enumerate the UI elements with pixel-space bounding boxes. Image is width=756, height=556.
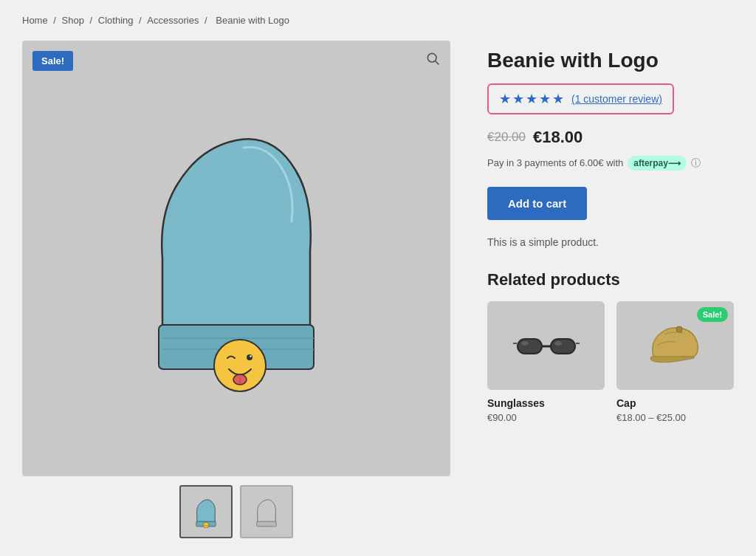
sale-badge: Sale! <box>32 51 73 71</box>
search-icon <box>425 51 440 66</box>
svg-point-8 <box>250 355 251 357</box>
related-sunglasses-name: Sunglasses <box>487 397 605 409</box>
svg-rect-14 <box>257 521 276 526</box>
svg-point-24 <box>676 326 682 332</box>
zoom-button[interactable] <box>425 51 440 69</box>
cap-icon <box>642 320 709 371</box>
related-cap-price: €18.00 – €25.00 <box>616 412 734 423</box>
thumbnail-2-image <box>250 495 283 528</box>
related-sale-badge: Sale! <box>697 307 728 322</box>
svg-line-1 <box>436 61 439 65</box>
related-products-title: Related products <box>487 270 734 289</box>
thumbnail-list <box>22 485 450 538</box>
related-sunglasses-price: €90.00 <box>487 412 605 423</box>
thumbnail-2[interactable] <box>240 485 293 538</box>
page-wrapper: Home / Shop / Clothing / Accessories / B… <box>0 0 756 553</box>
related-cap-name: Cap <box>616 397 734 409</box>
review-link[interactable]: (1 customer review) <box>571 93 662 105</box>
sunglasses-icon <box>513 323 580 368</box>
add-to-cart-button[interactable]: Add to cart <box>487 187 587 220</box>
stars: ★★★★★ <box>499 91 566 107</box>
afterpay-text: Pay in 3 payments of 6.00€ with <box>487 157 623 168</box>
svg-point-7 <box>247 354 252 360</box>
breadcrumb-shop[interactable]: Shop <box>62 15 84 26</box>
breadcrumb-clothing[interactable]: Clothing <box>98 15 134 26</box>
svg-point-22 <box>521 341 529 346</box>
afterpay-row: Pay in 3 payments of 6.00€ with afterpay… <box>487 156 734 171</box>
related-image-cap: Sale! <box>616 301 734 390</box>
product-image-section: Sale! <box>22 41 450 538</box>
product-title: Beanie with Logo <box>487 48 734 73</box>
svg-point-23 <box>554 341 562 346</box>
product-image <box>118 103 354 413</box>
svg-point-0 <box>427 53 436 62</box>
price-original: €20.00 <box>487 130 526 145</box>
breadcrumb-home[interactable]: Home <box>22 15 48 26</box>
svg-rect-20 <box>518 340 541 353</box>
breadcrumb-accessories[interactable]: Accessories <box>147 15 199 26</box>
product-layout: Sale! <box>22 41 734 538</box>
related-image-sunglasses <box>487 301 605 390</box>
breadcrumb: Home / Shop / Clothing / Accessories / B… <box>22 15 734 26</box>
rating-box: ★★★★★ (1 customer review) <box>487 83 674 114</box>
price-row: €20.00 €18.00 <box>487 128 734 147</box>
main-image-container: Sale! <box>22 41 450 476</box>
related-products-list: Sunglasses €90.00 Sale! <box>487 301 734 423</box>
related-product-cap[interactable]: Sale! Cap <box>616 301 734 423</box>
breadcrumb-current: Beanie with Logo <box>216 15 289 26</box>
price-current: €18.00 <box>533 128 583 147</box>
product-info: Beanie with Logo ★★★★★ (1 customer revie… <box>487 41 734 423</box>
afterpay-badge: afterpay⟶ <box>628 156 687 171</box>
info-icon[interactable]: ⓘ <box>691 157 701 170</box>
thumbnail-1-image <box>190 495 222 528</box>
related-product-sunglasses[interactable]: Sunglasses €90.00 <box>487 301 605 423</box>
svg-rect-21 <box>551 340 574 353</box>
product-description: This is a simple product. <box>487 236 734 248</box>
thumbnail-1[interactable] <box>179 485 233 538</box>
